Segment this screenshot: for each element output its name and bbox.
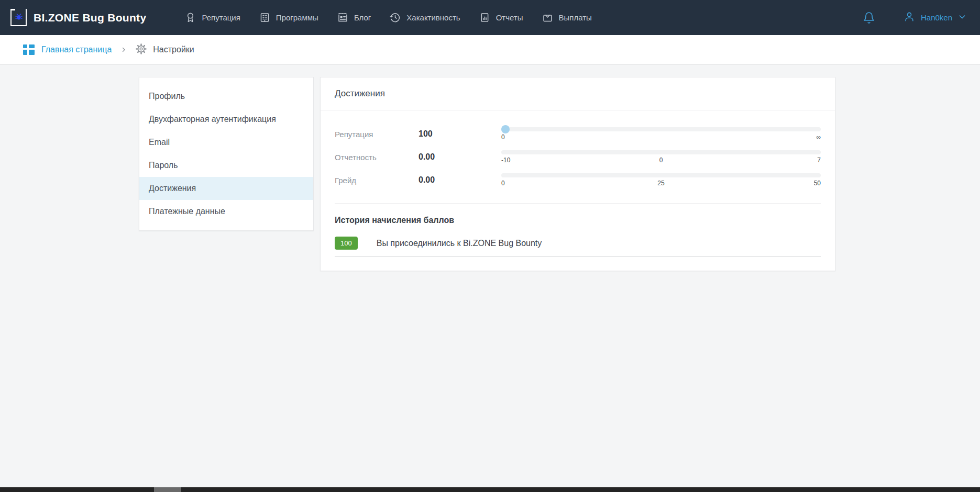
breadcrumb: Главная страница Настройки [0, 35, 980, 65]
history-icon [390, 12, 401, 23]
nav-label: Выплаты [559, 13, 592, 22]
breadcrumb-home-link[interactable]: Главная страница [41, 45, 112, 54]
notifications-bell-icon[interactable] [863, 12, 875, 24]
nav-item-blog[interactable]: Блог [337, 12, 371, 23]
top-navbar: BI.ZONE Bug Bounty Репутация Программы [0, 0, 980, 35]
achievements-panel: Достижения Репутация 100 0 ∞ Отчетность … [320, 77, 835, 271]
medal-icon [185, 12, 196, 23]
scale-max: 7 [817, 156, 821, 164]
user-name: Han0ken [921, 13, 952, 22]
nav-item-reports[interactable]: Отчеты [479, 12, 523, 23]
slider-scale: 0 ∞ [501, 133, 821, 141]
scale-min: 0 [501, 133, 505, 141]
points-badge: 100 [335, 237, 358, 250]
history-section-title: История начисления баллов [321, 204, 835, 228]
metrics-list: Репутация 100 0 ∞ Отчетность 0.00 -10 [321, 110, 835, 197]
slider-scale: 0 25 50 [501, 180, 821, 187]
user-menu[interactable]: Han0ken [904, 11, 966, 25]
main-navigation: Репутация Программы Блог [185, 12, 591, 23]
slider-track [501, 150, 821, 154]
bizone-bug-icon [10, 9, 27, 26]
scale-mid: 0 [659, 156, 663, 164]
slider-track [501, 173, 821, 177]
nav-item-reputation[interactable]: Репутация [185, 12, 240, 23]
metric-row-reputation: Репутация 100 0 ∞ [335, 125, 821, 143]
grade-slider: 0 25 50 [501, 173, 821, 187]
metric-label: Отчетность [335, 153, 419, 162]
nav-label: Программы [276, 13, 318, 22]
slider-handle[interactable] [501, 125, 510, 133]
nav-label: Хакактивность [406, 13, 460, 22]
metric-value: 100 [419, 129, 501, 139]
home-dashboard-icon[interactable] [23, 44, 35, 55]
nav-item-hackactivity[interactable]: Хакактивность [390, 12, 460, 23]
scale-min: 0 [501, 180, 505, 187]
sidebar-item-password[interactable]: Пароль [139, 154, 313, 177]
breadcrumb-current-label: Настройки [153, 45, 194, 54]
metric-label: Грейд [335, 176, 419, 185]
payout-icon [542, 12, 553, 23]
metric-value: 0.00 [419, 175, 501, 185]
gear-icon [136, 43, 147, 57]
metric-label: Репутация [335, 130, 419, 139]
history-row: 100 Вы присоединились к Bi.ZONE Bug Boun… [335, 237, 821, 257]
reputation-slider: 0 ∞ [501, 127, 821, 141]
chevron-right-icon [120, 47, 127, 53]
building-icon [259, 12, 270, 23]
metric-row-grade: Грейд 0.00 0 25 50 [335, 171, 821, 189]
bottom-edge-highlight [154, 487, 181, 492]
sidebar-item-achievements[interactable]: Достижения [139, 177, 313, 200]
reporting-slider: -10 0 7 [501, 150, 821, 164]
nav-item-payouts[interactable]: Выплаты [542, 12, 592, 23]
sidebar-item-payment-data[interactable]: Платежные данные [139, 200, 313, 223]
navbar-right: Han0ken [863, 11, 966, 25]
chevron-down-icon [958, 13, 966, 23]
settings-sidebar: Профиль Двухфакторная аутентификация Ema… [139, 77, 314, 231]
scale-max: ∞ [816, 133, 821, 141]
slider-scale: -10 0 7 [501, 156, 821, 164]
slider-track [501, 127, 821, 131]
scale-min: -10 [501, 156, 510, 164]
bottom-edge-bar [0, 487, 980, 492]
sidebar-item-two-factor[interactable]: Двухфакторная аутентификация [139, 108, 313, 131]
scale-max: 50 [814, 180, 821, 187]
nav-item-programs[interactable]: Программы [259, 12, 318, 23]
newspaper-icon [337, 12, 348, 23]
brand-title: BI.ZONE Bug Bounty [34, 12, 146, 24]
breadcrumb-current: Настройки [136, 43, 194, 57]
brand-logo[interactable]: BI.ZONE Bug Bounty [10, 9, 146, 26]
sidebar-item-profile[interactable]: Профиль [139, 85, 313, 108]
user-icon [904, 11, 915, 25]
nav-label: Блог [354, 13, 371, 22]
scale-mid: 25 [657, 180, 664, 187]
nav-label: Отчеты [496, 13, 523, 22]
metric-row-reporting: Отчетность 0.00 -10 0 7 [335, 148, 821, 166]
panel-title: Достижения [321, 77, 835, 110]
metric-value: 0.00 [419, 152, 501, 162]
history-row-text: Вы присоединились к Bi.ZONE Bug Bounty [377, 239, 542, 248]
report-icon [479, 12, 490, 23]
sidebar-item-email[interactable]: Email [139, 131, 313, 154]
nav-label: Репутация [202, 13, 240, 22]
